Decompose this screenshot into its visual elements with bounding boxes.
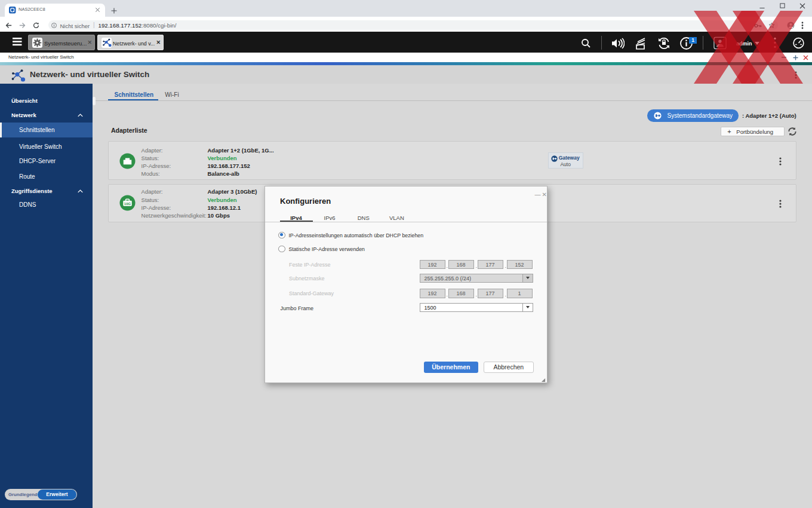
svg-text:10G: 10G [124,202,131,206]
